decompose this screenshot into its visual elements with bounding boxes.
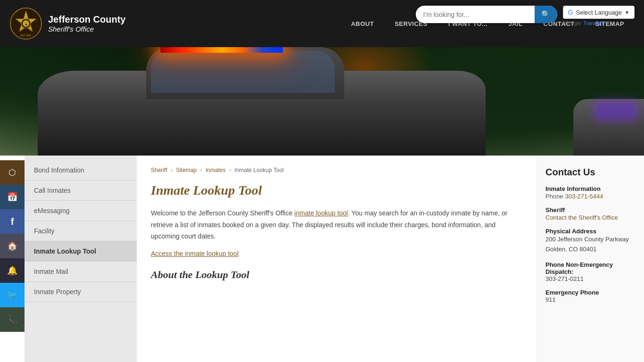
contact-non-emergency: Phone Non-Emergency Dispatch: 303-271-02…	[545, 261, 636, 282]
translate-link[interactable]: Translate	[583, 20, 604, 26]
page-body: Bond Information Call Inmates eMessaging…	[25, 156, 644, 362]
contact-address-line1: 200 Jefferson County Parkway	[545, 235, 636, 245]
search-form: 🔍	[416, 6, 557, 23]
search-input[interactable]	[416, 7, 535, 23]
sidebar-phone[interactable]: 📞	[0, 307, 25, 332]
contact-address-line2: Golden, CO 80401	[545, 245, 636, 255]
contact-sheriff-title: Sheriff	[545, 206, 636, 214]
breadcrumb-sheriff[interactable]: Sheriff	[151, 167, 167, 173]
google-logo: Google	[565, 20, 581, 26]
sidebar-home[interactable]: 🏠	[0, 234, 25, 258]
breadcrumb-sep-2: ›	[200, 167, 202, 173]
contact-emergency: Emergency Phone 911	[545, 289, 636, 303]
sidebar-item-bond-info[interactable]: Bond Information	[25, 160, 137, 181]
contact-address: Physical Address 200 Jefferson County Pa…	[545, 228, 636, 255]
logo-text: Jefferson County Sheriff's Office	[48, 14, 125, 33]
social-sidebar: ⬡ 📅 f 🏠 🔔 🐦 📞	[0, 160, 25, 332]
sidebar-item-inmate-lookup[interactable]: Inmate Lookup Tool	[25, 241, 137, 262]
breadcrumb-current: Inmate Lookup Tool	[234, 167, 284, 173]
sidebar-sheriff[interactable]: ⬡	[0, 160, 25, 185]
contact-non-emergency-title: Phone Non-Emergency Dispatch:	[545, 261, 636, 275]
content-paragraph: Welcome to the Jefferson County Sheriff'…	[151, 207, 522, 242]
sidebar-item-inmate-property[interactable]: Inmate Property	[25, 282, 137, 302]
contact-emergency-title: Emergency Phone	[545, 289, 636, 296]
logo[interactable]: ★ EST 1861 Jefferson County Sheriff's Of…	[9, 7, 146, 40]
sheriff-badge-icon: ★ EST 1861	[9, 7, 42, 40]
translate-widget: G Select Language ▼ Google Translate	[563, 6, 635, 26]
contact-us-title: Contact Us	[545, 167, 636, 178]
breadcrumb-sitemap[interactable]: Sitemap	[176, 167, 197, 173]
page-title: Inmate Lookup Tool	[151, 183, 522, 198]
inmate-lookup-inline-link[interactable]: inmate lookup tool	[294, 209, 348, 217]
sidebar-facebook[interactable]: f	[0, 209, 25, 234]
google-translate-icon: G	[568, 8, 573, 16]
contact-address-title: Physical Address	[545, 228, 636, 235]
contact-inmate-phone[interactable]: 303-271-5444	[565, 193, 603, 200]
sidebar-item-emessaging[interactable]: eMessaging	[25, 201, 137, 221]
contact-sheriff-link[interactable]: Contact the Sheriff's Office	[545, 214, 618, 221]
contact-inmate-info: Inmate Information Phone 303-271-5444	[545, 185, 636, 200]
search-button[interactable]: 🔍	[535, 6, 557, 23]
svg-text:EST 1861: EST 1861	[21, 34, 31, 37]
breadcrumb-sep-3: ›	[229, 167, 231, 173]
sidebar-item-facility[interactable]: Facility	[25, 221, 137, 241]
breadcrumb-sep-1: ›	[171, 167, 173, 173]
main-content: Sheriff › Sitemap › Inmates › Inmate Loo…	[137, 156, 537, 362]
contact-emergency-number: 911	[545, 296, 636, 303]
sidebar-calendar[interactable]: 📅	[0, 185, 25, 209]
sidebar-item-call-inmates[interactable]: Call Inmates	[25, 181, 137, 201]
breadcrumb: Sheriff › Sitemap › Inmates › Inmate Loo…	[151, 167, 522, 173]
breadcrumb-inmates[interactable]: Inmates	[206, 167, 226, 173]
translate-select[interactable]: G Select Language ▼	[563, 6, 635, 19]
translate-label: Select Language	[576, 9, 622, 16]
nav-about[interactable]: ABOUT	[340, 3, 384, 44]
right-sidebar: Contact Us Inmate Information Phone 303-…	[537, 156, 644, 362]
left-sidebar: Bond Information Call Inmates eMessaging…	[25, 156, 137, 362]
access-lookup-link[interactable]: Access the inmate lookup tool	[151, 250, 522, 257]
about-heading: About the Lookup Tool	[151, 269, 522, 281]
contact-inmate-label: Phone	[545, 193, 563, 200]
sidebar-item-inmate-mail[interactable]: Inmate Mail	[25, 262, 137, 282]
contact-non-emergency-number: 303-271-0211	[545, 275, 636, 282]
sidebar-bell[interactable]: 🔔	[0, 258, 25, 283]
chevron-down-icon: ▼	[625, 10, 629, 15]
sidebar-twitter[interactable]: 🐦	[0, 283, 25, 307]
contact-inmate-title: Inmate Information	[545, 185, 636, 192]
contact-sheriff: Sheriff Contact the Sheriff's Office	[545, 206, 636, 221]
